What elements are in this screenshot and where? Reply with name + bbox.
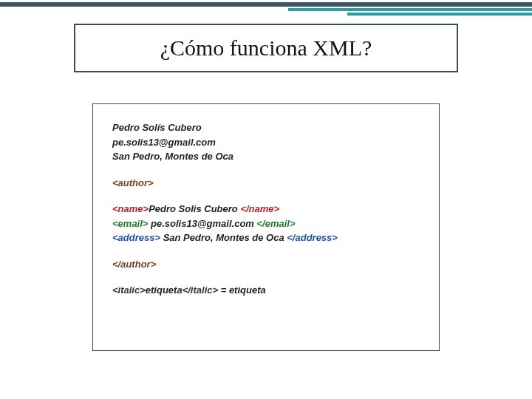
plain-name: Pedro Solís Cubero [112,120,420,135]
email-close-tag: </email> [257,218,296,229]
xml-name-row: <name>Pedro Solis Cubero </name> [112,202,420,216]
plaintext-block: Pedro Solís Cubero pe.solis13@gmail.com … [112,120,420,164]
accent-bar-dark [0,2,532,7]
italic-eq-line: <italic>etiqueta</italic> = etiqueta [112,283,420,298]
name-value: Pedro Solis Cubero [149,203,240,214]
italic-close-tag: </italic> [183,284,218,296]
name-open-tag: <name> [112,203,149,214]
xml-email-row: <email> pe.solis13@gmail.com </email> [112,216,420,231]
slide-title: ¿Cómo funciona XML? [83,35,449,61]
italic-rhs: = etiqueta [218,284,266,296]
accent-bar-teal-upper [288,8,532,11]
slide-top-accent [0,0,532,13]
email-value: pe.solis13@gmail.com [148,218,256,229]
italic-inner: etiqueta [146,284,183,296]
address-value: San Pedro, Montes de Oca [160,232,287,243]
author-open-tag: <author> [112,177,154,188]
plain-address: San Pedro, Montes de Oca [112,149,420,164]
author-close-tag: </author> [112,259,156,270]
email-open-tag: <email> [112,218,148,229]
plain-email: pe.solis13@gmail.com [112,135,420,150]
xml-fields-block: <name>Pedro Solis Cubero </name> <email>… [112,202,420,245]
address-open-tag: <address> [112,232,160,243]
content-container: Pedro Solís Cubero pe.solis13@gmail.com … [92,103,440,351]
name-close-tag: </name> [240,203,279,214]
author-open-block: <author> [112,176,420,191]
title-container: ¿Cómo funciona XML? [74,24,458,72]
address-close-tag: </address> [287,232,338,243]
italic-open-tag: <italic> [112,284,146,296]
author-close-block: </author> [112,257,420,272]
accent-bar-teal-lower [347,13,532,16]
xml-address-row: <address> San Pedro, Montes de Oca </add… [112,231,420,245]
